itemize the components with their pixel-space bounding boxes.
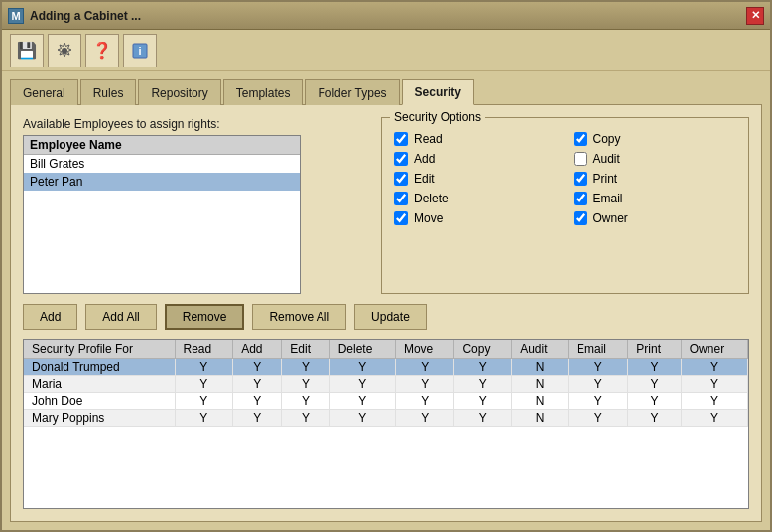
cell-value: Y bbox=[681, 359, 747, 376]
cell-value: Y bbox=[454, 376, 512, 393]
cell-value: Y bbox=[681, 393, 747, 410]
checkbox-owner[interactable] bbox=[574, 211, 587, 225]
tab-templates[interactable]: Templates bbox=[223, 79, 304, 105]
cell-profile-name: Maria bbox=[24, 376, 175, 393]
update-button[interactable]: Update bbox=[354, 304, 427, 330]
table-row[interactable]: Mary PoppinsYYYYYYNYYY bbox=[24, 410, 748, 427]
cell-value: Y bbox=[569, 359, 628, 376]
cell-value: Y bbox=[329, 410, 395, 427]
checkbox-print[interactable] bbox=[574, 172, 587, 186]
cell-profile-name: Mary Poppins bbox=[24, 410, 175, 427]
cell-value: Y bbox=[628, 359, 681, 376]
cell-value: Y bbox=[329, 359, 395, 376]
cell-value: Y bbox=[282, 376, 329, 393]
cell-profile-name: John Doe bbox=[24, 393, 175, 410]
add-button[interactable]: Add bbox=[23, 304, 77, 330]
option-label-owner: Owner bbox=[593, 211, 628, 225]
save-button[interactable]: 💾 bbox=[10, 34, 44, 67]
tab-general[interactable]: General bbox=[10, 79, 78, 105]
cell-value: Y bbox=[395, 376, 453, 393]
employees-label: Available Employees to assign rights: bbox=[23, 117, 365, 131]
option-read: Read bbox=[394, 132, 558, 146]
option-add: Add bbox=[394, 152, 558, 166]
svg-point-0 bbox=[62, 48, 67, 54]
cell-value: Y bbox=[681, 376, 747, 393]
cell-value: Y bbox=[454, 410, 512, 427]
col-header-add: Add bbox=[233, 340, 282, 359]
tab-content-security: Available Employees to assign rights: Em… bbox=[10, 104, 762, 522]
option-label-email: Email bbox=[593, 192, 623, 205]
employees-section: Available Employees to assign rights: Em… bbox=[23, 117, 365, 294]
cell-value: Y bbox=[395, 393, 453, 410]
tab-repository[interactable]: Repository bbox=[138, 79, 220, 105]
cell-value: Y bbox=[628, 410, 681, 427]
option-edit: Edit bbox=[394, 172, 558, 186]
table-row[interactable]: MariaYYYYYYNYYY bbox=[24, 376, 748, 393]
employees-list[interactable]: Employee Name Bill Grates Peter Pan bbox=[23, 135, 301, 294]
checkbox-copy[interactable] bbox=[574, 132, 587, 146]
cell-value: Y bbox=[175, 410, 233, 427]
checkbox-add[interactable] bbox=[394, 152, 408, 166]
cell-value: Y bbox=[454, 359, 512, 376]
col-header-email: Email bbox=[569, 340, 628, 359]
remove-all-button[interactable]: Remove All bbox=[252, 304, 346, 330]
option-label-delete: Delete bbox=[414, 192, 449, 205]
col-header-move: Move bbox=[395, 340, 453, 359]
col-header-edit: Edit bbox=[282, 340, 329, 359]
cell-value: N bbox=[512, 376, 569, 393]
col-header-owner: Owner bbox=[681, 340, 747, 359]
table-header-row: Security Profile For Read Add Edit Delet… bbox=[24, 340, 748, 359]
cell-value: Y bbox=[282, 393, 329, 410]
cell-value: Y bbox=[628, 393, 681, 410]
checkbox-email[interactable] bbox=[574, 192, 587, 205]
checkbox-audit[interactable] bbox=[574, 152, 587, 166]
cell-value: Y bbox=[282, 410, 329, 427]
tab-rules[interactable]: Rules bbox=[80, 79, 137, 105]
table-row[interactable]: John DoeYYYYYYNYYY bbox=[24, 393, 748, 410]
help-button[interactable]: ❓ bbox=[85, 34, 119, 67]
cell-value: Y bbox=[329, 376, 395, 393]
option-label-print: Print bbox=[593, 172, 618, 186]
tab-security[interactable]: Security bbox=[402, 79, 474, 105]
svg-text:i: i bbox=[138, 45, 141, 57]
cell-value: Y bbox=[454, 393, 512, 410]
option-audit: Audit bbox=[574, 152, 737, 166]
main-window: M Adding a Cabinet ... ✕ 💾 ❓ i General R… bbox=[0, 0, 772, 532]
top-section: Available Employees to assign rights: Em… bbox=[23, 117, 749, 294]
info-button[interactable]: i bbox=[123, 34, 157, 67]
security-options-legend: Security Options bbox=[390, 110, 485, 124]
buttons-row: Add Add All Remove Remove All Update bbox=[23, 304, 749, 330]
remove-button[interactable]: Remove bbox=[165, 304, 245, 330]
checkbox-delete[interactable] bbox=[394, 192, 408, 205]
list-header: Employee Name bbox=[24, 136, 300, 155]
cell-value: Y bbox=[233, 410, 282, 427]
add-all-button[interactable]: Add All bbox=[85, 304, 156, 330]
employee-item[interactable]: Bill Grates bbox=[24, 155, 300, 173]
security-options-group: Security Options Read Copy Add bbox=[381, 117, 749, 294]
options-grid: Read Copy Add Audit bbox=[394, 132, 736, 225]
toolbar: 💾 ❓ i bbox=[2, 30, 770, 71]
cell-value: Y bbox=[282, 359, 329, 376]
cell-value: Y bbox=[175, 393, 233, 410]
config-button[interactable] bbox=[48, 34, 81, 67]
tab-folder-types[interactable]: Folder Types bbox=[305, 79, 399, 105]
checkbox-move[interactable] bbox=[394, 211, 408, 225]
security-table: Security Profile For Read Add Edit Delet… bbox=[24, 340, 748, 427]
title-bar: M Adding a Cabinet ... ✕ bbox=[2, 2, 770, 30]
checkbox-edit[interactable] bbox=[394, 172, 408, 186]
col-header-audit: Audit bbox=[512, 340, 569, 359]
cell-value: Y bbox=[233, 393, 282, 410]
cell-value: Y bbox=[681, 410, 747, 427]
col-header-delete: Delete bbox=[329, 340, 395, 359]
cell-value: Y bbox=[395, 410, 453, 427]
employee-item[interactable]: Peter Pan bbox=[24, 173, 300, 191]
close-button[interactable]: ✕ bbox=[746, 7, 764, 25]
table-row[interactable]: Donald TrumpedYYYYYYNYYY bbox=[24, 359, 748, 376]
option-label-copy: Copy bbox=[593, 132, 621, 146]
cell-value: Y bbox=[569, 393, 628, 410]
table-body: Donald TrumpedYYYYYYNYYYMariaYYYYYYNYYYJ… bbox=[24, 359, 748, 427]
app-icon: M bbox=[8, 8, 24, 24]
content-area: General Rules Repository Templates Folde… bbox=[2, 71, 770, 530]
checkbox-read[interactable] bbox=[394, 132, 408, 146]
tab-bar: General Rules Repository Templates Folde… bbox=[10, 79, 762, 105]
